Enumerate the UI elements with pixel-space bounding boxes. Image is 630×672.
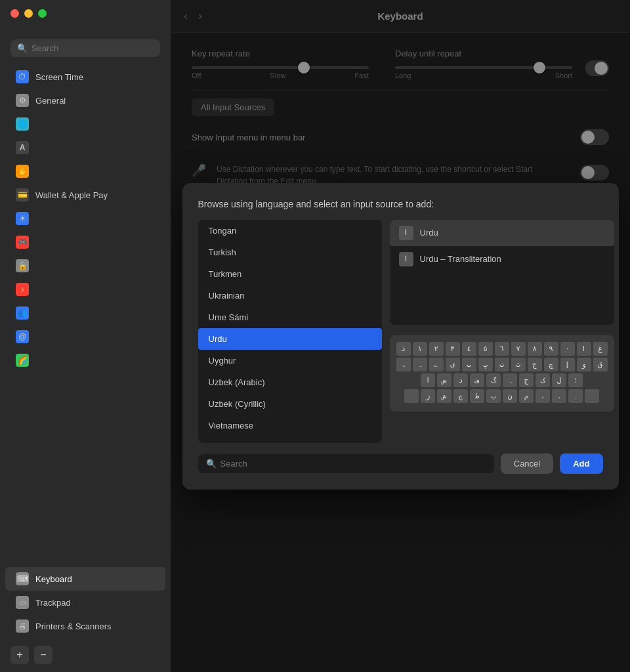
sidebar-search-icon: 🔍 [17,43,28,53]
kbd-key: ج [528,358,542,371]
sidebar-label-general: General [35,96,66,106]
printers-icon: 🖨 [16,620,29,633]
kbd-key: غ [593,342,608,356]
kbd-key: گ [486,373,501,387]
maximize-button[interactable] [38,9,47,18]
kbd-key: ا [577,342,591,356]
sidebar-item-keyboard[interactable]: ⌨ Keyboard [5,567,165,591]
kbd-key: ت [495,358,509,371]
source-label-urdu-translit: Urdu – Transliteration [420,254,501,264]
kbd-key: ا [421,373,435,387]
lang-item-ukrainian[interactable]: Ukrainian [198,285,382,306]
hand-icon: ✋ [16,165,29,178]
input-source-list[interactable]: ا Urdu ا Urdu – Transliteration [390,220,614,325]
sidebar-label-wallet-pay: Wallet & Apple Pay [35,190,108,200]
language-list[interactable]: Tongan Turkish Turkmen Ukrainian Ume Sám… [198,220,382,443]
kbd-key: ش [437,389,452,403]
kbd-key: ۔ [568,389,583,403]
kbd-key: چ [453,389,468,403]
close-button[interactable] [10,9,19,18]
kbd-key: د [453,373,468,387]
kbd-key: [ [560,358,575,371]
sidebar-item-wallet-pay[interactable]: 💳 Wallet & Apple Pay [5,183,165,207]
dialog-search-box[interactable]: 🔍 [198,454,494,473]
kbd-key: ؛ [568,373,583,387]
sidebar-item-trackpad[interactable]: ▭ Trackpad [5,591,165,614]
urdu-translit-icon: ا [399,252,413,266]
sidebar-item-lock[interactable]: 🔒 [5,254,165,278]
sidebar-item-users[interactable]: 👥 [5,301,165,325]
kbd-key [585,389,599,403]
kbd-key: ٣ [446,342,460,356]
source-label-urdu: Urdu [420,228,438,238]
source-item-urdu[interactable]: ا Urdu [390,220,614,246]
kbd-key: ط [470,389,484,403]
kbd-key: ب [486,389,501,403]
kbd-key: ف [470,373,484,387]
sidebar-label-screen-time: Screen Time [35,72,83,82]
dialog-search-input[interactable] [220,459,486,469]
lang-item-turkish[interactable]: Turkish [198,242,382,263]
sidebar-item-screen-time[interactable]: ⏱ Screen Time [5,65,165,89]
kbd-key: م [519,389,534,403]
display-icon: ☀ [16,212,29,225]
kbd-key: ے [429,358,444,371]
kbd-key: ق [593,358,608,371]
lang-item-wancho[interactable]: Wancho [198,436,382,443]
add-input-source-dialog: Browse using language and select an inpu… [182,183,619,490]
add-source-button[interactable]: + [10,646,29,664]
lock-icon: 🔒 [16,259,29,272]
kbd-key: ث [511,358,526,371]
sidebar-item-timezone[interactable]: 🌐 [5,112,165,136]
sidebar-item-display[interactable]: ☀ [5,207,165,230]
sidebar-item-music[interactable]: ♪ [5,278,165,301]
minimize-button[interactable] [24,9,33,18]
sidebar-item-color[interactable]: 🌈 [5,348,165,372]
kbd-key: ج [519,373,534,387]
timezone-icon: 🌐 [16,117,29,131]
lang-item-turkmen[interactable]: Turkmen [198,263,382,285]
sidebar-item-game[interactable]: 🎮 [5,230,165,254]
kbd-key: ۃ [396,358,411,371]
keyboard-preview: ذ ١ ٢ ٣ ٤ ٥ ٦ ٧ ٨ ٩ ٠ ا غ [390,335,614,411]
kbd-key: ذ [396,342,411,356]
kbd-key: ١ [413,342,427,356]
sidebar-label-keyboard: Keyboard [35,574,72,584]
users-icon: 👥 [16,306,29,320]
kbd-key: ب [462,358,476,371]
kbd-key: ٠ [560,342,575,356]
kbd-key [404,389,419,403]
dialog-overlay: Browse using language and select an inpu… [171,0,630,672]
add-button[interactable]: Add [560,453,602,474]
game-icon: 🎮 [16,236,29,249]
lang-item-urdu[interactable]: Urdu [198,328,382,350]
kbd-key: ، [536,389,550,403]
sidebar-search-input[interactable] [32,43,154,53]
remove-source-button[interactable]: − [34,646,52,664]
screen-time-icon: ⏱ [16,70,29,83]
lang-item-uyghur[interactable]: Uyghur [198,350,382,371]
music-icon: ♪ [16,283,29,296]
cancel-button[interactable]: Cancel [501,453,553,474]
urdu-icon: ا [399,226,413,240]
sidebar-item-hand[interactable]: ✋ [5,159,165,183]
kbd-key: ٧ [511,342,526,356]
sidebar-item-printers[interactable]: 🖨 Printers & Scanners [5,614,165,638]
lang-item-vietnamese[interactable]: Vietnamese [198,415,382,436]
trackpad-icon: ▭ [16,596,29,609]
lang-item-tongan[interactable]: Tongan [198,220,382,242]
lang-item-ume-sami[interactable]: Ume Sámi [198,306,382,328]
kbd-key: و [577,358,591,371]
sidebar-item-general[interactable]: ⚙ General [5,89,165,112]
sidebar-item-accessibility[interactable]: A [5,136,165,159]
lang-item-uzbek-cyrillic[interactable]: Uzbek (Cyrillic) [198,393,382,415]
sidebar-item-mail[interactable]: @ [5,325,165,348]
lang-item-uzbek-arabic[interactable]: Uzbek (Arabic) [198,371,382,393]
accessibility-icon: A [16,141,29,154]
kbd-key: ٤ [462,342,476,356]
source-item-urdu-transliteration[interactable]: ا Urdu – Transliteration [390,246,614,272]
kbd-key: ہ [503,373,517,387]
kbd-key: ٥ [478,342,493,356]
kbd-key: ن [503,389,517,403]
kbd-key: ہ [413,358,427,371]
